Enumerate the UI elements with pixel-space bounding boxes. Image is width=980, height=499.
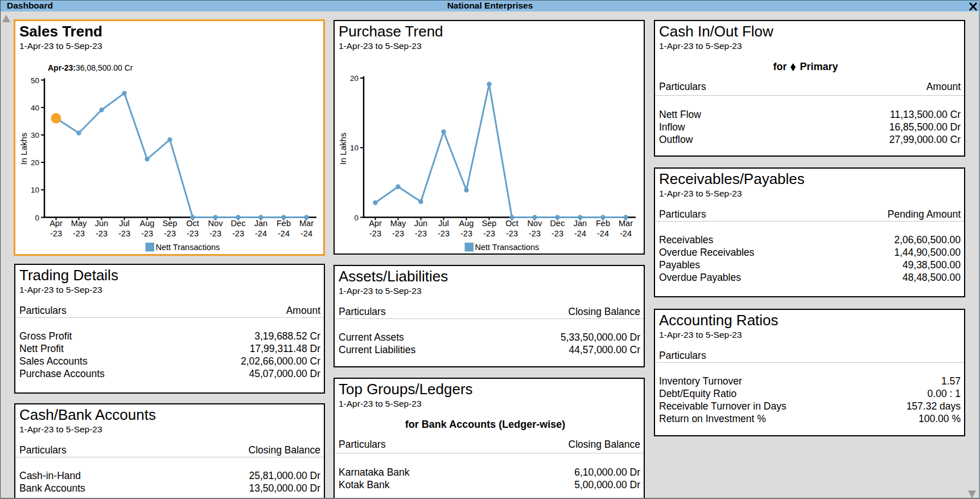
svg-text:50: 50 <box>31 76 39 85</box>
svg-text:-23: -23 <box>483 229 495 238</box>
svg-text:-23: -23 <box>187 229 199 238</box>
svg-text:Jul: Jul <box>438 219 449 228</box>
svg-text:Jul: Jul <box>119 219 130 228</box>
svg-text:Dec: Dec <box>550 219 565 228</box>
svg-text:-23: -23 <box>141 229 153 238</box>
svg-text:Aug: Aug <box>140 219 155 228</box>
svg-text:Jan: Jan <box>254 219 267 228</box>
svg-text:Nett Transactions: Nett Transactions <box>156 243 220 252</box>
svg-text:10: 10 <box>350 144 359 152</box>
svg-text:-23: -23 <box>73 229 85 238</box>
svg-text:-24: -24 <box>574 229 586 238</box>
svg-text:Dec: Dec <box>231 219 246 228</box>
svg-text:40: 40 <box>31 104 39 112</box>
svg-text:Jun: Jun <box>414 219 427 228</box>
svg-text:-23: -23 <box>369 229 381 238</box>
svg-text:Jun: Jun <box>95 219 108 228</box>
svg-text:Jan: Jan <box>574 219 587 228</box>
svg-text:Mar: Mar <box>619 219 633 228</box>
svg-text:Oct: Oct <box>505 219 518 228</box>
svg-text:-23: -23 <box>164 229 176 238</box>
svg-text:Apr: Apr <box>50 219 63 228</box>
svg-text:-24: -24 <box>278 229 290 238</box>
svg-text:10: 10 <box>31 186 39 194</box>
svg-text:In Lakhs: In Lakhs <box>19 133 28 165</box>
svg-text:Aug: Aug <box>459 219 474 228</box>
svg-text:0: 0 <box>354 214 359 222</box>
svg-text:Feb: Feb <box>277 219 291 228</box>
svg-text:-23: -23 <box>392 229 404 238</box>
svg-text:-23: -23 <box>529 229 541 238</box>
svg-text:0: 0 <box>35 214 39 222</box>
svg-text:-24: -24 <box>620 229 632 238</box>
svg-text:-23: -23 <box>232 229 244 238</box>
svg-text:May: May <box>71 219 87 228</box>
svg-text:Sep: Sep <box>163 219 178 228</box>
svg-text:Apr-23:36,08,500.00 Cr: Apr-23:36,08,500.00 Cr <box>48 63 133 72</box>
svg-text:Nov: Nov <box>208 219 224 228</box>
svg-text:Feb: Feb <box>596 219 610 228</box>
svg-text:20: 20 <box>350 74 359 83</box>
svg-text:-23: -23 <box>506 229 518 238</box>
svg-text:May: May <box>390 219 406 228</box>
svg-text:-23: -23 <box>438 229 450 238</box>
svg-text:-23: -23 <box>460 229 472 238</box>
svg-text:Oct: Oct <box>186 219 199 228</box>
svg-text:Mar: Mar <box>299 219 314 228</box>
svg-text:Nett Transactions: Nett Transactions <box>475 243 540 252</box>
svg-text:30: 30 <box>31 131 39 140</box>
svg-text:-24: -24 <box>255 229 267 238</box>
svg-text:Apr: Apr <box>369 219 382 228</box>
svg-text:-23: -23 <box>50 229 62 238</box>
svg-text:-23: -23 <box>96 229 108 238</box>
svg-text:20: 20 <box>31 158 39 167</box>
svg-text:Sep: Sep <box>482 219 497 228</box>
svg-text:-23: -23 <box>415 229 427 238</box>
svg-text:Nov: Nov <box>528 219 543 228</box>
svg-text:-24: -24 <box>597 229 609 238</box>
svg-text:-24: -24 <box>300 229 312 238</box>
svg-text:In Lakhs: In Lakhs <box>338 133 348 165</box>
svg-text:-23: -23 <box>118 229 130 238</box>
svg-text:-23: -23 <box>551 229 563 238</box>
svg-text:-23: -23 <box>209 229 221 238</box>
